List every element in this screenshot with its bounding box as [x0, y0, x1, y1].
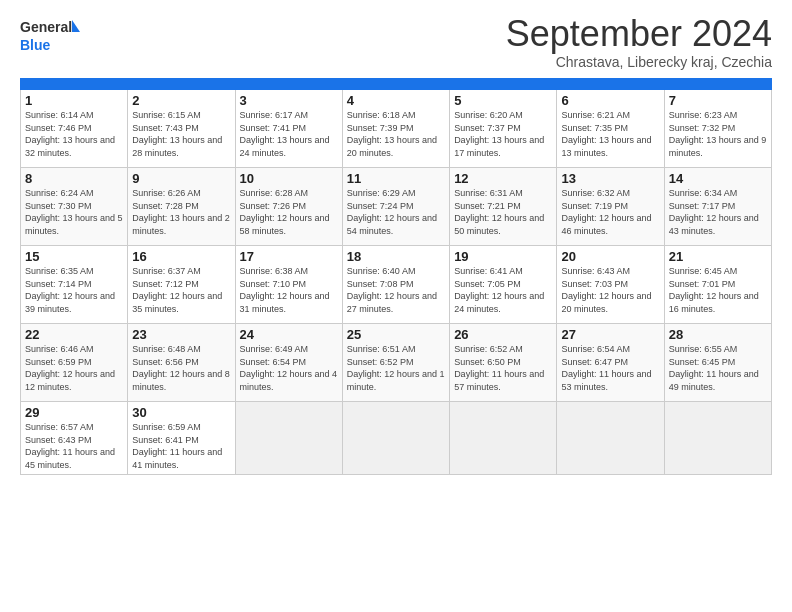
- table-row: 3 Sunrise: 6:17 AM Sunset: 7:41 PM Dayli…: [235, 90, 342, 168]
- col-friday: [557, 79, 664, 90]
- day-info: Sunrise: 6:24 AM Sunset: 7:30 PM Dayligh…: [25, 187, 123, 237]
- title-block: September 2024 Chrastava, Liberecky kraj…: [506, 16, 772, 70]
- table-row: 27 Sunrise: 6:54 AM Sunset: 6:47 PM Dayl…: [557, 324, 664, 402]
- day-info: Sunrise: 6:28 AM Sunset: 7:26 PM Dayligh…: [240, 187, 338, 237]
- calendar-week-4: 22 Sunrise: 6:46 AM Sunset: 6:59 PM Dayl…: [21, 324, 772, 402]
- table-row: 18 Sunrise: 6:40 AM Sunset: 7:08 PM Dayl…: [342, 246, 449, 324]
- header: General Blue September 2024 Chrastava, L…: [20, 16, 772, 70]
- table-row: 4 Sunrise: 6:18 AM Sunset: 7:39 PM Dayli…: [342, 90, 449, 168]
- calendar-table: 1 Sunrise: 6:14 AM Sunset: 7:46 PM Dayli…: [20, 78, 772, 475]
- table-row: 20 Sunrise: 6:43 AM Sunset: 7:03 PM Dayl…: [557, 246, 664, 324]
- table-row: 8 Sunrise: 6:24 AM Sunset: 7:30 PM Dayli…: [21, 168, 128, 246]
- table-row: [235, 402, 342, 475]
- day-info: Sunrise: 6:54 AM Sunset: 6:47 PM Dayligh…: [561, 343, 659, 393]
- svg-marker-1: [72, 20, 80, 32]
- main-container: General Blue September 2024 Chrastava, L…: [0, 0, 792, 485]
- header-row: [21, 79, 772, 90]
- day-info: Sunrise: 6:51 AM Sunset: 6:52 PM Dayligh…: [347, 343, 445, 393]
- table-row: 28 Sunrise: 6:55 AM Sunset: 6:45 PM Dayl…: [664, 324, 771, 402]
- day-number: 11: [347, 171, 445, 186]
- day-info: Sunrise: 6:15 AM Sunset: 7:43 PM Dayligh…: [132, 109, 230, 159]
- table-row: 29 Sunrise: 6:57 AM Sunset: 6:43 PM Dayl…: [21, 402, 128, 475]
- day-number: 16: [132, 249, 230, 264]
- day-info: Sunrise: 6:45 AM Sunset: 7:01 PM Dayligh…: [669, 265, 767, 315]
- day-info: Sunrise: 6:18 AM Sunset: 7:39 PM Dayligh…: [347, 109, 445, 159]
- day-info: Sunrise: 6:20 AM Sunset: 7:37 PM Dayligh…: [454, 109, 552, 159]
- day-number: 19: [454, 249, 552, 264]
- day-info: Sunrise: 6:26 AM Sunset: 7:28 PM Dayligh…: [132, 187, 230, 237]
- table-row: 24 Sunrise: 6:49 AM Sunset: 6:54 PM Dayl…: [235, 324, 342, 402]
- day-info: Sunrise: 6:37 AM Sunset: 7:12 PM Dayligh…: [132, 265, 230, 315]
- day-number: 21: [669, 249, 767, 264]
- day-info: Sunrise: 6:32 AM Sunset: 7:19 PM Dayligh…: [561, 187, 659, 237]
- day-info: Sunrise: 6:46 AM Sunset: 6:59 PM Dayligh…: [25, 343, 123, 393]
- day-number: 28: [669, 327, 767, 342]
- day-number: 25: [347, 327, 445, 342]
- table-row: 6 Sunrise: 6:21 AM Sunset: 7:35 PM Dayli…: [557, 90, 664, 168]
- day-number: 23: [132, 327, 230, 342]
- day-number: 26: [454, 327, 552, 342]
- day-number: 29: [25, 405, 123, 420]
- svg-text:General: General: [20, 19, 72, 35]
- svg-text:Blue: Blue: [20, 37, 51, 53]
- table-row: [557, 402, 664, 475]
- table-row: [342, 402, 449, 475]
- day-number: 1: [25, 93, 123, 108]
- day-info: Sunrise: 6:34 AM Sunset: 7:17 PM Dayligh…: [669, 187, 767, 237]
- day-number: 8: [25, 171, 123, 186]
- table-row: 15 Sunrise: 6:35 AM Sunset: 7:14 PM Dayl…: [21, 246, 128, 324]
- day-number: 14: [669, 171, 767, 186]
- logo-svg: General Blue: [20, 16, 80, 58]
- table-row: 23 Sunrise: 6:48 AM Sunset: 6:56 PM Dayl…: [128, 324, 235, 402]
- day-number: 22: [25, 327, 123, 342]
- table-row: 9 Sunrise: 6:26 AM Sunset: 7:28 PM Dayli…: [128, 168, 235, 246]
- col-monday: [128, 79, 235, 90]
- day-number: 6: [561, 93, 659, 108]
- table-row: 14 Sunrise: 6:34 AM Sunset: 7:17 PM Dayl…: [664, 168, 771, 246]
- day-number: 10: [240, 171, 338, 186]
- day-info: Sunrise: 6:21 AM Sunset: 7:35 PM Dayligh…: [561, 109, 659, 159]
- day-number: 17: [240, 249, 338, 264]
- col-saturday: [664, 79, 771, 90]
- col-sunday: [21, 79, 128, 90]
- day-info: Sunrise: 6:43 AM Sunset: 7:03 PM Dayligh…: [561, 265, 659, 315]
- table-row: [450, 402, 557, 475]
- day-number: 2: [132, 93, 230, 108]
- day-number: 3: [240, 93, 338, 108]
- table-row: 2 Sunrise: 6:15 AM Sunset: 7:43 PM Dayli…: [128, 90, 235, 168]
- logo: General Blue: [20, 16, 80, 58]
- day-info: Sunrise: 6:57 AM Sunset: 6:43 PM Dayligh…: [25, 421, 123, 471]
- month-title: September 2024: [506, 16, 772, 52]
- day-info: Sunrise: 6:35 AM Sunset: 7:14 PM Dayligh…: [25, 265, 123, 315]
- day-info: Sunrise: 6:17 AM Sunset: 7:41 PM Dayligh…: [240, 109, 338, 159]
- day-info: Sunrise: 6:23 AM Sunset: 7:32 PM Dayligh…: [669, 109, 767, 159]
- table-row: 5 Sunrise: 6:20 AM Sunset: 7:37 PM Dayli…: [450, 90, 557, 168]
- day-info: Sunrise: 6:14 AM Sunset: 7:46 PM Dayligh…: [25, 109, 123, 159]
- day-number: 27: [561, 327, 659, 342]
- day-number: 13: [561, 171, 659, 186]
- table-row: 13 Sunrise: 6:32 AM Sunset: 7:19 PM Dayl…: [557, 168, 664, 246]
- day-info: Sunrise: 6:41 AM Sunset: 7:05 PM Dayligh…: [454, 265, 552, 315]
- table-row: 12 Sunrise: 6:31 AM Sunset: 7:21 PM Dayl…: [450, 168, 557, 246]
- day-number: 18: [347, 249, 445, 264]
- day-number: 15: [25, 249, 123, 264]
- day-number: 12: [454, 171, 552, 186]
- col-thursday: [450, 79, 557, 90]
- day-number: 7: [669, 93, 767, 108]
- day-number: 5: [454, 93, 552, 108]
- day-info: Sunrise: 6:40 AM Sunset: 7:08 PM Dayligh…: [347, 265, 445, 315]
- day-info: Sunrise: 6:48 AM Sunset: 6:56 PM Dayligh…: [132, 343, 230, 393]
- day-number: 4: [347, 93, 445, 108]
- day-number: 9: [132, 171, 230, 186]
- day-info: Sunrise: 6:31 AM Sunset: 7:21 PM Dayligh…: [454, 187, 552, 237]
- calendar-week-5: 29 Sunrise: 6:57 AM Sunset: 6:43 PM Dayl…: [21, 402, 772, 475]
- day-number: 24: [240, 327, 338, 342]
- calendar-week-2: 8 Sunrise: 6:24 AM Sunset: 7:30 PM Dayli…: [21, 168, 772, 246]
- day-number: 20: [561, 249, 659, 264]
- table-row: 30 Sunrise: 6:59 AM Sunset: 6:41 PM Dayl…: [128, 402, 235, 475]
- col-wednesday: [342, 79, 449, 90]
- day-number: 30: [132, 405, 230, 420]
- table-row: 1 Sunrise: 6:14 AM Sunset: 7:46 PM Dayli…: [21, 90, 128, 168]
- calendar-week-1: 1 Sunrise: 6:14 AM Sunset: 7:46 PM Dayli…: [21, 90, 772, 168]
- table-row: 25 Sunrise: 6:51 AM Sunset: 6:52 PM Dayl…: [342, 324, 449, 402]
